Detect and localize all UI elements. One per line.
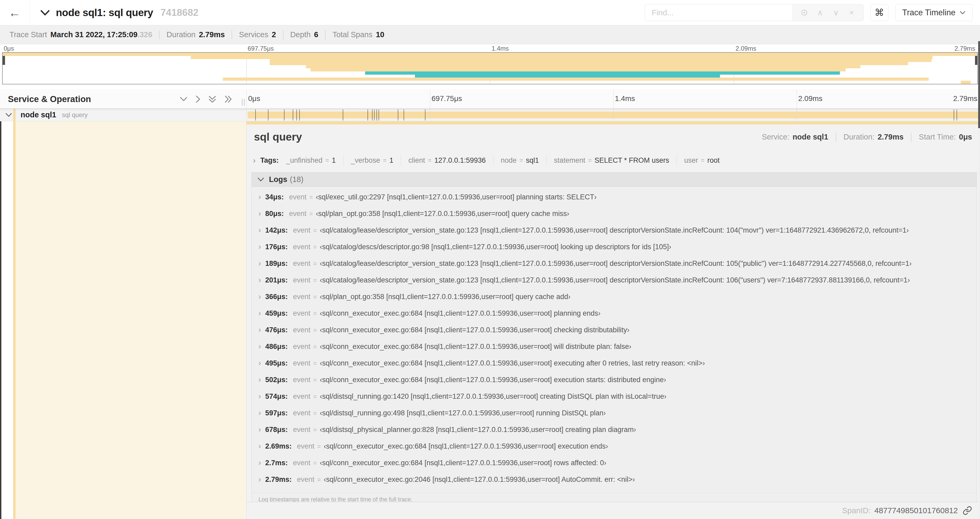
chevron-down-icon [258,177,264,182]
log-timestamp: 459μs: [265,309,288,318]
summary-value-fraction: .326 [137,30,152,39]
log-entry-row[interactable]: › 495μs: event = ‹sql/conn_executor_exec… [251,359,977,375]
log-field-name: event [293,409,310,417]
collapse-one-icon[interactable] [180,96,188,102]
log-timestamp: 678μs: [265,426,288,434]
minimap-span-bar [191,56,932,59]
chevron-up-icon: ∧ [817,8,823,17]
log-entry-row[interactable]: › 678μs: event = ‹sql/distsql_physical_p… [251,425,977,442]
tag-key: statement [554,156,585,164]
minimap-span-bar [961,81,970,84]
log-entry-row[interactable]: › 574μs: event = ‹sql/distsql_running.go… [251,392,977,409]
log-value: ‹sql/exec_util.go:2297 [nsql1,client=127… [316,193,597,201]
prev-match-button[interactable]: ∧ [812,5,828,21]
clear-search-button[interactable]: × [844,5,860,21]
copy-link-button[interactable] [963,506,972,515]
expand-one-icon[interactable] [196,95,200,103]
log-marker-tick [299,109,300,121]
log-field-name: event [289,210,306,218]
expand-collapse-controls [180,95,246,103]
left-edge-divider [2,121,2,519]
log-timestamp: 476μs: [265,326,288,334]
tag-key: user [684,156,698,164]
column-resizer-handle[interactable] [242,99,245,106]
log-field-name: event [293,376,310,384]
collapse-all-icon[interactable] [40,10,50,16]
equals-sign: = [313,227,317,234]
find-buttons: ∧ ∨ × [792,5,863,21]
log-value: ‹sql/catalog/lease/descriptor_version_st… [320,276,910,284]
scroll-to-match-button[interactable] [796,5,812,21]
top-bar-actions: ∧ ∨ × ⌘ Trace Timeline [644,4,980,21]
meta-value: node sql1 [792,133,828,141]
chevron-right-icon: › [258,458,261,467]
next-match-button[interactable]: ∨ [828,5,844,21]
span-id-value: 4877749850101760812 [874,506,958,515]
log-marker-tick [956,109,957,121]
log-entry-row[interactable]: › 597μs: event = ‹sql/distsql_running.go… [251,409,977,425]
meta-value: 0μs [959,133,972,141]
equals-sign: = [383,157,387,164]
log-timestamp: 597μs: [265,409,288,417]
equals-sign: = [313,310,317,317]
collapse-all-chevrons-icon[interactable] [208,95,216,103]
log-entry-row[interactable]: › 366μs: event = ‹sql/plan_opt.go:358 [n… [251,292,977,309]
log-entry-row[interactable]: › 459μs: event = ‹sql/conn_executor_exec… [251,309,977,326]
log-entry-row[interactable]: › 189μs: event = ‹sql/catalog/lease/desc… [251,259,977,276]
log-field-name: event [293,309,310,318]
back-button[interactable]: ← [0,0,30,25]
expand-all-chevrons-icon[interactable] [224,95,232,103]
scrollbar-thumb[interactable] [978,41,980,128]
tags-row[interactable]: › Tags: _unfinished = 1 _verbose = 1 cli… [247,149,980,172]
log-timestamp: 176μs: [265,243,288,251]
timeline-gridline [797,109,797,121]
span-row[interactable]: node sql1 sql query [0,109,980,121]
equals-sign: = [313,343,317,350]
crosshair-icon [800,9,808,17]
span-detail-region: sql query Service: node sql1 Duration: 2… [0,121,980,519]
summary-value: 2.79ms [199,30,225,39]
log-entry-row[interactable]: › 2.69ms: event = ‹sql/conn_executor_exe… [251,442,977,458]
log-marker-tick [368,109,368,121]
span-detail-panel: sql query Service: node sql1 Duration: 2… [246,121,980,519]
detail-meta-item: Start Time: 0μs [904,133,972,142]
log-entry-row[interactable]: › 502μs: event = ‹sql/conn_executor_exec… [251,375,977,392]
log-entry-row[interactable]: › 2.7ms: event = ‹sql/conn_executor_exec… [251,458,977,475]
logs-header[interactable]: Logs (18) [251,172,977,187]
chevron-right-icon: › [258,259,261,268]
meta-label: Duration: [843,133,875,141]
keyboard-shortcuts-button[interactable]: ⌘ [870,4,888,21]
log-entry-row[interactable]: › 34μs: event = ‹sql/exec_util.go:2297 [… [251,193,977,209]
service-operation-title: Service & Operation [8,94,91,104]
log-entry-row[interactable]: › 80μs: event = ‹sql/plan_opt.go:358 [ns… [251,209,977,226]
log-entry-row[interactable]: › 2.79ms: event = ‹sql/conn_executor_exe… [251,475,977,492]
scrollbar-track[interactable] [978,25,980,519]
minimap-span-bar [365,72,840,75]
chevron-right-icon: › [258,409,261,417]
trace-summary-item: Duration 2.79ms [152,30,225,39]
log-value: ‹sql/conn_executor_exec.go:684 [nsql1,cl… [320,459,606,467]
find-input[interactable] [645,5,792,21]
log-entry-row[interactable]: › 476μs: event = ‹sql/conn_executor_exec… [251,326,977,342]
log-field-name: event [293,243,310,251]
equals-sign: = [588,157,592,164]
left-edge-bar [0,121,1,519]
log-value: ‹sql/catalog/descs/descriptor.go:98 [nsq… [320,243,671,251]
span-id-label: SpanID: [842,506,871,515]
chevron-right-icon: › [258,359,261,367]
summary-label: Total Spans [332,30,372,39]
minimap-canvas[interactable] [2,52,978,85]
log-field-name: event [297,476,314,484]
log-timestamp: 486μs: [265,343,288,351]
timeline-tick-label: 2.09ms [735,45,756,52]
chevron-right-icon: › [258,292,261,301]
span-collapse-icon[interactable] [5,113,12,117]
log-marker-tick [954,109,954,121]
view-selector-button[interactable]: Trace Timeline [895,4,973,21]
summary-label: Depth [290,30,310,39]
log-entry-row[interactable]: › 142μs: event = ‹sql/catalog/lease/desc… [251,226,977,242]
log-entry-row[interactable]: › 176μs: event = ‹sql/catalog/descs/desc… [251,242,977,259]
view-selector-label: Trace Timeline [902,8,956,18]
log-entry-row[interactable]: › 201μs: event = ‹sql/catalog/lease/desc… [251,276,977,292]
log-entry-row[interactable]: › 486μs: event = ‹sql/conn_executor_exec… [251,342,977,359]
